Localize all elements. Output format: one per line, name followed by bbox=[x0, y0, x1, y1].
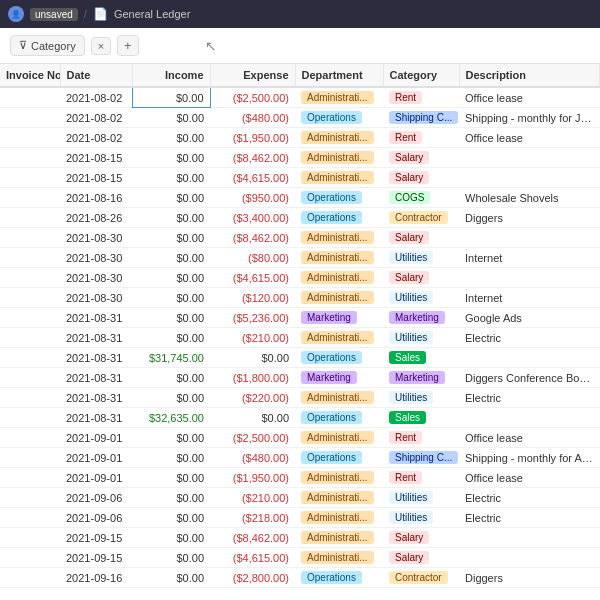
cell-income[interactable]: $0.00 bbox=[132, 448, 210, 468]
cell-income[interactable]: $0.00 bbox=[132, 508, 210, 528]
cell-income[interactable]: $0.00 bbox=[132, 268, 210, 288]
cell-income[interactable]: $0.00 bbox=[132, 388, 210, 408]
cell-date[interactable]: 2021-08-26 bbox=[60, 208, 132, 228]
cell-category[interactable]: Shipping C... bbox=[383, 108, 459, 128]
cell-category[interactable]: Utilities bbox=[383, 328, 459, 348]
cell-expense[interactable]: ($1,950.00) bbox=[210, 468, 295, 488]
cell-department[interactable]: Administrati... bbox=[295, 468, 383, 488]
cell-date[interactable]: 2021-08-31 bbox=[60, 308, 132, 328]
cell-income[interactable]: $0.00 bbox=[132, 548, 210, 568]
cell-expense[interactable]: ($4,615.00) bbox=[210, 268, 295, 288]
cell-department[interactable]: Administrati... bbox=[295, 388, 383, 408]
cell-department[interactable]: Operations bbox=[295, 188, 383, 208]
cell-date[interactable]: 2021-08-30 bbox=[60, 268, 132, 288]
close-filter-button[interactable]: × bbox=[91, 37, 111, 55]
cell-department[interactable]: Administrati... bbox=[295, 528, 383, 548]
cell-date[interactable]: 2021-08-31 bbox=[60, 388, 132, 408]
cell-category[interactable]: Marketing bbox=[383, 368, 459, 388]
cell-expense[interactable]: ($950.00) bbox=[210, 188, 295, 208]
cell-department[interactable]: Administrati... bbox=[295, 288, 383, 308]
cell-category[interactable]: Contractor bbox=[383, 208, 459, 228]
cell-expense[interactable]: ($120.00) bbox=[210, 288, 295, 308]
cell-date[interactable]: 2021-08-15 bbox=[60, 168, 132, 188]
cell-expense[interactable]: ($220.00) bbox=[210, 388, 295, 408]
cell-category[interactable]: Utilities bbox=[383, 488, 459, 508]
cell-income[interactable]: $0.00 bbox=[132, 328, 210, 348]
cell-expense[interactable]: ($2,500.00) bbox=[210, 87, 295, 108]
cell-department[interactable]: Marketing bbox=[295, 308, 383, 328]
cell-department[interactable]: Administrati... bbox=[295, 548, 383, 568]
cell-date[interactable]: 2021-08-31 bbox=[60, 368, 132, 388]
cell-income[interactable]: $0.00 bbox=[132, 148, 210, 168]
cell-department[interactable]: Administrati... bbox=[295, 248, 383, 268]
cell-income[interactable]: $0.00 bbox=[132, 468, 210, 488]
cell-category[interactable]: Utilities bbox=[383, 388, 459, 408]
cell-expense[interactable]: ($218.00) bbox=[210, 508, 295, 528]
cell-department[interactable]: Operations bbox=[295, 108, 383, 128]
cell-department[interactable]: Administrati... bbox=[295, 128, 383, 148]
cell-category[interactable]: Sales bbox=[383, 348, 459, 368]
cell-date[interactable]: 2021-08-31 bbox=[60, 328, 132, 348]
filter-category-button[interactable]: ⊽ Category bbox=[10, 35, 85, 56]
cell-income[interactable]: $31,745.00 bbox=[132, 348, 210, 368]
cell-income[interactable]: $32,635.00 bbox=[132, 408, 210, 428]
cell-department[interactable]: Operations bbox=[295, 408, 383, 428]
cell-department[interactable]: Operations bbox=[295, 348, 383, 368]
cell-date[interactable]: 2021-09-06 bbox=[60, 508, 132, 528]
add-button[interactable]: + bbox=[117, 35, 139, 56]
cell-date[interactable]: 2021-09-06 bbox=[60, 488, 132, 508]
cell-category[interactable]: Rent bbox=[383, 428, 459, 448]
cell-expense[interactable]: ($480.00) bbox=[210, 108, 295, 128]
cell-expense[interactable]: ($5,236.00) bbox=[210, 308, 295, 328]
cell-expense[interactable]: ($2,800.00) bbox=[210, 568, 295, 588]
cell-category[interactable]: Salary bbox=[383, 228, 459, 248]
cell-category[interactable]: Salary bbox=[383, 148, 459, 168]
cell-department[interactable]: Operations bbox=[295, 568, 383, 588]
cell-department[interactable]: Administrati... bbox=[295, 228, 383, 248]
cell-department[interactable]: Administrati... bbox=[295, 488, 383, 508]
cell-department[interactable]: Administrati... bbox=[295, 148, 383, 168]
cell-department[interactable]: Administrati... bbox=[295, 168, 383, 188]
cell-expense[interactable]: ($210.00) bbox=[210, 328, 295, 348]
cell-date[interactable]: 2021-09-01 bbox=[60, 468, 132, 488]
cell-category[interactable]: Contractor bbox=[383, 568, 459, 588]
cell-date[interactable]: 2021-08-30 bbox=[60, 248, 132, 268]
cell-date[interactable]: 2021-08-02 bbox=[60, 128, 132, 148]
cell-category[interactable]: Utilities bbox=[383, 288, 459, 308]
cell-category[interactable]: Salary bbox=[383, 548, 459, 568]
cell-expense[interactable]: ($3,400.00) bbox=[210, 208, 295, 228]
cell-category[interactable]: Marketing bbox=[383, 308, 459, 328]
cell-expense[interactable]: ($1,950.00) bbox=[210, 128, 295, 148]
cell-expense[interactable]: ($80.00) bbox=[210, 248, 295, 268]
cell-expense[interactable]: ($210.00) bbox=[210, 488, 295, 508]
cell-income[interactable]: $0.00 bbox=[132, 208, 210, 228]
cell-date[interactable]: 2021-09-15 bbox=[60, 528, 132, 548]
cell-date[interactable]: 2021-08-30 bbox=[60, 288, 132, 308]
cell-income[interactable]: $0.00 bbox=[132, 228, 210, 248]
cell-income[interactable]: $0.00 bbox=[132, 428, 210, 448]
cell-department[interactable]: Administrati... bbox=[295, 508, 383, 528]
cell-income[interactable]: $0.00 bbox=[132, 488, 210, 508]
cell-date[interactable]: 2021-08-15 bbox=[60, 148, 132, 168]
cell-department[interactable]: Administrati... bbox=[295, 428, 383, 448]
cell-date[interactable]: 2021-08-02 bbox=[60, 108, 132, 128]
cell-department[interactable]: Operations bbox=[295, 208, 383, 228]
cell-income[interactable]: $0.00 bbox=[132, 108, 210, 128]
cell-expense[interactable]: $0.00 bbox=[210, 348, 295, 368]
cell-department[interactable]: Administrati... bbox=[295, 268, 383, 288]
cell-department[interactable]: Administrati... bbox=[295, 87, 383, 108]
cell-category[interactable]: Utilities bbox=[383, 508, 459, 528]
cell-category[interactable]: Salary bbox=[383, 268, 459, 288]
cell-category[interactable]: Salary bbox=[383, 168, 459, 188]
unsaved-badge[interactable]: unsaved bbox=[30, 8, 78, 21]
cell-date[interactable]: 2021-09-16 bbox=[60, 568, 132, 588]
cell-date[interactable]: 2021-08-16 bbox=[60, 188, 132, 208]
cell-date[interactable]: 2021-09-15 bbox=[60, 548, 132, 568]
cell-expense[interactable]: ($4,615.00) bbox=[210, 548, 295, 568]
cell-category[interactable]: COGS bbox=[383, 188, 459, 208]
cell-category[interactable]: Rent bbox=[383, 87, 459, 108]
cell-expense[interactable]: ($4,615.00) bbox=[210, 168, 295, 188]
cell-date[interactable]: 2021-09-01 bbox=[60, 428, 132, 448]
cell-income[interactable]: $0.00 bbox=[132, 128, 210, 148]
cell-income[interactable]: $0.00 bbox=[132, 528, 210, 548]
